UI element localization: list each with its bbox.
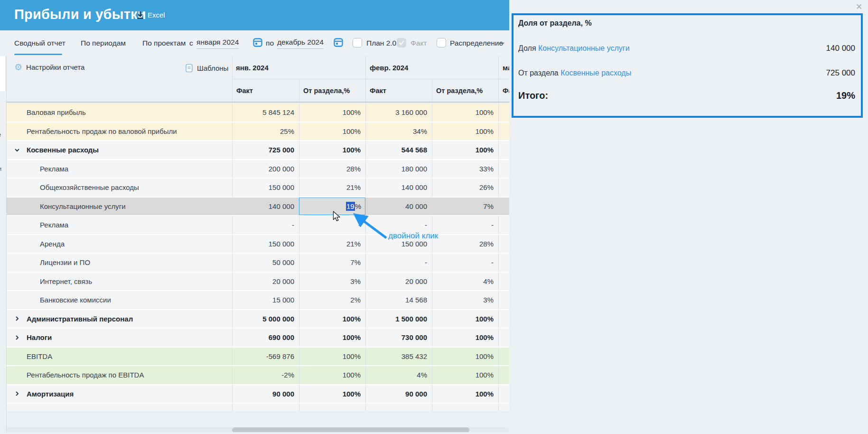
report-settings-button[interactable]: ⚙ Настройки отчета	[14, 63, 84, 72]
value-cell[interactable]: 100%	[432, 141, 498, 159]
value-cell[interactable]: 725 000	[232, 141, 299, 159]
subheader-share-jan[interactable]: От раздела,%	[299, 79, 365, 102]
tab-by-periods[interactable]: По периодам	[81, 30, 126, 56]
table-row[interactable]: Косвенные расходы725 000100%544 568100%	[7, 141, 509, 160]
tab-summary-report[interactable]: Сводный отчет	[14, 30, 65, 56]
checkbox-distribution[interactable]	[437, 38, 446, 47]
chevron-down-icon[interactable]	[500, 41, 505, 46]
value-cell[interactable]: 100%	[432, 310, 498, 328]
value-cell[interactable]: 14 568	[365, 291, 432, 309]
value-cell[interactable]: 15 000	[232, 291, 299, 309]
value-cell[interactable]: 100%	[432, 104, 498, 122]
date-from-input[interactable]: января 2024	[196, 38, 239, 49]
value-cell[interactable]: -569 876	[232, 348, 299, 366]
checkbox-fact[interactable]	[397, 38, 406, 47]
value-cell[interactable]: 3%	[299, 273, 365, 291]
value-cell[interactable]: 100%	[432, 366, 498, 384]
chevron-right-icon[interactable]	[14, 335, 23, 340]
row-label[interactable]: Косвенные расходы	[7, 141, 232, 159]
value-cell[interactable]: 150 000	[232, 179, 299, 197]
month-header-jan[interactable]: янв. 2024	[232, 56, 365, 79]
value-cell[interactable]: 2%	[299, 291, 365, 309]
value-cell[interactable]: 100%	[432, 123, 498, 141]
month-header-feb[interactable]: февр. 2024	[365, 56, 498, 79]
value-cell[interactable]: 28%	[432, 235, 498, 253]
value-cell[interactable]: 3%	[432, 291, 498, 309]
table-row[interactable]: Амортизация90 000100%90 000100%	[7, 385, 509, 404]
value-cell[interactable]: 90 000	[365, 385, 432, 403]
value-cell[interactable]: 100%	[299, 329, 365, 347]
value-cell[interactable]: 7%	[299, 254, 365, 272]
table-row[interactable]: Лицензии и ПО50 0007%--	[7, 254, 509, 273]
row-label[interactable]: Лицензии и ПО	[7, 254, 232, 272]
value-cell[interactable]: 33%	[432, 160, 498, 178]
value-cell[interactable]: -	[432, 254, 498, 272]
chevron-right-icon[interactable]	[14, 316, 23, 321]
table-row[interactable]: Налоги690 000100%730 000100%	[7, 329, 509, 348]
value-cell[interactable]: 180 000	[365, 160, 432, 178]
close-icon[interactable]: ✕	[856, 2, 862, 11]
value-cell[interactable]: 21%	[299, 179, 365, 197]
value-cell[interactable]: 25%	[232, 123, 299, 141]
value-cell[interactable]: 3 160 000	[365, 104, 432, 122]
table-row[interactable]: Интернет, связь20 0003%20 0004%	[7, 273, 509, 292]
value-cell[interactable]: 100%	[299, 104, 365, 122]
table-row[interactable]: Административный персонал5 000 000100%1 …	[7, 310, 509, 329]
value-cell[interactable]: 100%	[299, 366, 365, 384]
row-label[interactable]: Административный персонал	[7, 310, 232, 328]
value-cell[interactable]: 20 000	[232, 273, 299, 291]
value-cell[interactable]: 690 000	[232, 329, 299, 347]
value-cell[interactable]: 100%	[299, 385, 365, 403]
value-cell[interactable]: 100%	[432, 348, 498, 366]
tab-by-projects[interactable]: По проектам	[142, 30, 186, 56]
horizontal-scrollbar-track[interactable]	[7, 427, 509, 432]
value-cell[interactable]: 730 000	[365, 329, 432, 347]
chevron-down-icon[interactable]	[14, 147, 23, 153]
value-cell[interactable]: 34%	[365, 123, 432, 141]
table-row[interactable]: EBITDA-569 876100%385 432100%	[7, 348, 509, 367]
calendar-icon-to[interactable]	[334, 38, 343, 49]
subheader-fact-jan[interactable]: Факт	[232, 79, 299, 102]
table-row[interactable]: Реклама200 00028%180 00033%	[7, 160, 509, 179]
chevron-right-icon[interactable]	[14, 391, 23, 396]
row-label[interactable]: Амортизация	[7, 385, 232, 403]
value-cell[interactable]: 544 568	[365, 141, 432, 159]
row-label[interactable]: Аренда	[7, 235, 232, 253]
value-cell[interactable]: 20 000	[365, 273, 432, 291]
month-header-mar[interactable]: мар. 2024	[498, 56, 509, 79]
value-cell[interactable]: 4%	[365, 366, 432, 384]
value-cell[interactable]: -2%	[232, 366, 299, 384]
row-label[interactable]: Рентабельность продаж по EBITDA	[7, 366, 232, 384]
subheader-fact-mar[interactable]: Факт	[498, 79, 509, 102]
value-cell[interactable]: 100%	[299, 123, 365, 141]
value-cell[interactable]: 140 000	[365, 179, 432, 197]
value-cell[interactable]: 100%	[299, 348, 365, 366]
table-row[interactable]: Рентабельность продаж по валовой прибыли…	[7, 123, 509, 142]
row-label[interactable]: Общехозяйственные расходы	[7, 179, 232, 197]
value-cell[interactable]: 26%	[432, 179, 498, 197]
row-label[interactable]: Банковские комиссии	[7, 291, 232, 309]
checkbox-plan20[interactable]	[353, 38, 362, 47]
value-cell[interactable]: 28%	[299, 160, 365, 178]
value-cell[interactable]: 150 000	[232, 235, 299, 253]
value-cell[interactable]: 385 432	[365, 348, 432, 366]
calendar-icon-from[interactable]	[253, 38, 262, 49]
row-label[interactable]: Налоги	[7, 329, 232, 347]
popup-link-article[interactable]: Консультационные услуги	[538, 44, 630, 53]
value-cell[interactable]: -	[365, 254, 432, 272]
value-cell[interactable]: 100%	[432, 329, 498, 347]
value-cell[interactable]: -	[232, 216, 299, 234]
value-cell[interactable]: 1 500 000	[365, 310, 432, 328]
subheader-fact-feb[interactable]: Факт	[365, 79, 432, 102]
value-cell[interactable]: 5 000 000	[232, 310, 299, 328]
excel-export-button[interactable]: Excel	[136, 10, 165, 19]
value-cell[interactable]: 100%	[299, 141, 365, 159]
row-label[interactable]: EBITDA	[7, 348, 232, 366]
row-label[interactable]: Валовая прибыль	[7, 104, 232, 122]
row-label[interactable]: Консультационные услуги	[7, 198, 232, 216]
value-cell[interactable]: 4%	[432, 273, 498, 291]
value-cell[interactable]: -	[432, 216, 498, 234]
value-cell[interactable]: 140 000	[232, 198, 299, 216]
horizontal-scrollbar-thumb[interactable]	[232, 427, 469, 432]
table-row[interactable]: Общехозяйственные расходы150 00021%140 0…	[7, 179, 509, 198]
